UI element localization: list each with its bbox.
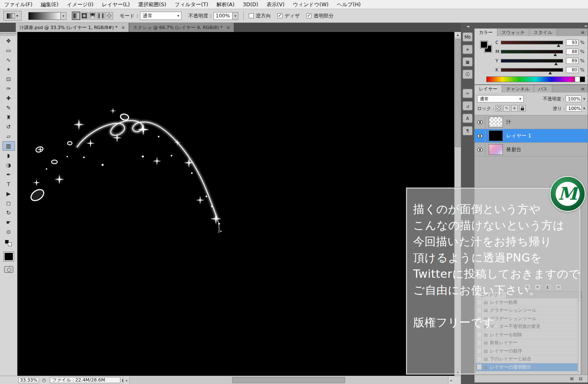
minibridge-panel-icon[interactable]: Mb xyxy=(463,32,473,42)
opacity-input[interactable]: 100% xyxy=(213,12,233,20)
toolbar-grip[interactable] xyxy=(0,32,17,36)
slider-thumb[interactable] xyxy=(554,53,557,56)
panel-menu-icon[interactable]: ≡ xyxy=(578,29,588,36)
linear-gradient-button[interactable] xyxy=(72,12,80,20)
menu-item[interactable]: レイヤー(L) xyxy=(98,0,134,9)
option-checkbox[interactable]: 逆方向 xyxy=(249,12,271,20)
zoom-level-field[interactable]: 33.33% xyxy=(18,377,39,383)
adjustments-panel-icon[interactable]: ☀ xyxy=(463,45,473,54)
radial-gradient-button[interactable] xyxy=(81,12,88,20)
quick-mask-button[interactable] xyxy=(4,266,13,273)
slider-track[interactable] xyxy=(501,59,563,63)
crop-tool[interactable]: ⊡ xyxy=(2,74,15,84)
clone-stamp-tool[interactable]: ♜ xyxy=(2,113,15,122)
layer-opacity-input[interactable]: 100% xyxy=(566,95,581,102)
shape-tool[interactable]: ◻ xyxy=(2,198,15,208)
color-sampler-panel-icon[interactable]: ✑ xyxy=(463,89,473,98)
checkbox-box[interactable] xyxy=(306,13,311,18)
opacity-arrow[interactable]: ▾ xyxy=(233,12,238,20)
spectrum-black-end[interactable] xyxy=(580,77,585,82)
document-tab[interactable]: スクショ @ 66.7% (レイヤー 9, RGB/8) * × xyxy=(129,23,234,32)
eraser-tool[interactable]: ▱ xyxy=(2,132,15,141)
dodge-tool[interactable]: ◑ xyxy=(2,160,15,170)
checkbox-box[interactable] xyxy=(277,13,282,18)
menu-item[interactable]: ヘルプ(H) xyxy=(333,0,365,9)
rotate-3d-tool[interactable]: ↻ xyxy=(2,208,15,218)
lasso-tool[interactable]: ∿ xyxy=(2,55,15,65)
path-select-tool[interactable]: ▶ xyxy=(2,189,15,198)
scroll-left-arrow[interactable]: ◂ xyxy=(123,377,130,384)
menu-item[interactable]: ファイル(F) xyxy=(0,0,37,9)
layer-thumbnail[interactable] xyxy=(489,144,503,155)
scroll-right-arrow[interactable]: ▸ xyxy=(448,377,454,384)
diamond-gradient-button[interactable] xyxy=(105,12,113,20)
collapse-dock-icon[interactable]: ◂◂ xyxy=(584,24,586,28)
quick-select-tool[interactable]: ✶ xyxy=(2,65,15,74)
layer-row[interactable]: レイヤー 1 xyxy=(475,129,588,143)
pen-tool[interactable]: ✒ xyxy=(2,170,15,179)
layer-row[interactable]: 汁 xyxy=(475,115,588,129)
close-icon[interactable]: × xyxy=(226,25,230,30)
lock-transparency-button[interactable] xyxy=(495,105,502,112)
lock-all-button[interactable] xyxy=(519,105,526,112)
layer-name[interactable]: レイヤー 1 xyxy=(506,132,531,139)
option-checkbox[interactable]: ディザ xyxy=(277,12,300,20)
panel-tab[interactable]: レイヤー xyxy=(475,85,502,93)
slider-thumb[interactable] xyxy=(549,71,552,74)
info-panel-icon[interactable]: ⓘ xyxy=(463,70,473,79)
slider-track[interactable] xyxy=(501,68,563,72)
layer-thumbnail[interactable] xyxy=(489,117,503,127)
slider-value[interactable]: 89 xyxy=(566,58,578,64)
gradient-editor-preview[interactable] xyxy=(28,12,61,20)
healing-brush-tool[interactable]: ✚ xyxy=(2,93,15,103)
slider-value[interactable]: 80 xyxy=(566,67,578,73)
paragraph-panel-icon[interactable]: ¶ xyxy=(463,126,473,135)
slider-thumb[interactable] xyxy=(554,62,558,65)
spectrum-white-end[interactable] xyxy=(575,77,580,82)
foreground-swatch[interactable] xyxy=(480,41,488,48)
color-spectrum-ramp[interactable] xyxy=(486,76,585,82)
panel-tab[interactable]: スタイル xyxy=(529,29,557,36)
panel-tab[interactable]: スウォッチ xyxy=(497,29,529,36)
menu-item[interactable]: イメージ(I) xyxy=(63,0,98,9)
layer-name[interactable]: 汁 xyxy=(506,119,511,126)
visibility-toggle[interactable] xyxy=(475,115,485,129)
slider-track[interactable] xyxy=(501,41,563,44)
blur-tool[interactable]: ◗ xyxy=(2,151,15,160)
history-brush-tool[interactable]: ↺ xyxy=(2,122,15,132)
canvas[interactable] xyxy=(17,32,454,376)
blend-mode-select[interactable]: 通常 ▾ xyxy=(140,12,181,20)
hand-tool[interactable]: ☛ xyxy=(2,218,15,227)
gradient-picker-arrow[interactable]: ▾ xyxy=(61,12,66,20)
character-panel-icon[interactable]: A xyxy=(463,114,473,123)
new-layer-icon[interactable]: ⊞ xyxy=(570,376,574,382)
menu-item[interactable]: ウィンドウ(W) xyxy=(289,0,333,9)
eyedropper-tool[interactable]: ✑ xyxy=(2,84,15,93)
close-icon[interactable]: × xyxy=(121,25,125,30)
marquee-tool[interactable]: ▭ xyxy=(2,46,15,55)
menu-item[interactable]: 解析(A) xyxy=(212,0,238,9)
slider-value[interactable]: 93 xyxy=(566,39,578,46)
measure-panel-icon[interactable]: ⊿ xyxy=(463,101,473,110)
default-colors-icon[interactable] xyxy=(5,240,12,247)
panel-tab[interactable]: チャンネル xyxy=(502,85,534,93)
file-info-field[interactable]: ファイル : 22.4M/28.6M xyxy=(50,377,120,383)
vertical-scroll-thumb[interactable] xyxy=(455,39,461,147)
scroll-up-arrow[interactable]: ▲ xyxy=(455,32,461,38)
panel-tab[interactable]: パス xyxy=(534,85,552,93)
menu-item[interactable]: 選択範囲(S) xyxy=(134,0,171,9)
gradient-tool[interactable]: ▥ xyxy=(2,141,15,151)
layer-opacity-arrow[interactable]: ▾ xyxy=(583,97,585,101)
layer-thumbnail[interactable] xyxy=(489,130,503,141)
option-checkbox[interactable]: 透明部分 xyxy=(306,12,333,20)
lock-pixels-button[interactable]: ✎ xyxy=(503,105,510,112)
panel-menu-icon[interactable]: ≡ xyxy=(578,85,588,93)
horizontal-scrollbar[interactable]: ◂ ▸ xyxy=(123,377,454,384)
slider-track[interactable] xyxy=(501,50,563,54)
checkbox-box[interactable] xyxy=(249,13,254,18)
foreground-color-swatch[interactable] xyxy=(4,252,14,261)
brush-tool[interactable]: ✎ xyxy=(2,103,15,113)
reflected-gradient-button[interactable] xyxy=(97,12,105,20)
fill-arrow[interactable]: ▾ xyxy=(583,106,585,110)
tool-preset-button[interactable]: ▾ xyxy=(3,11,22,21)
